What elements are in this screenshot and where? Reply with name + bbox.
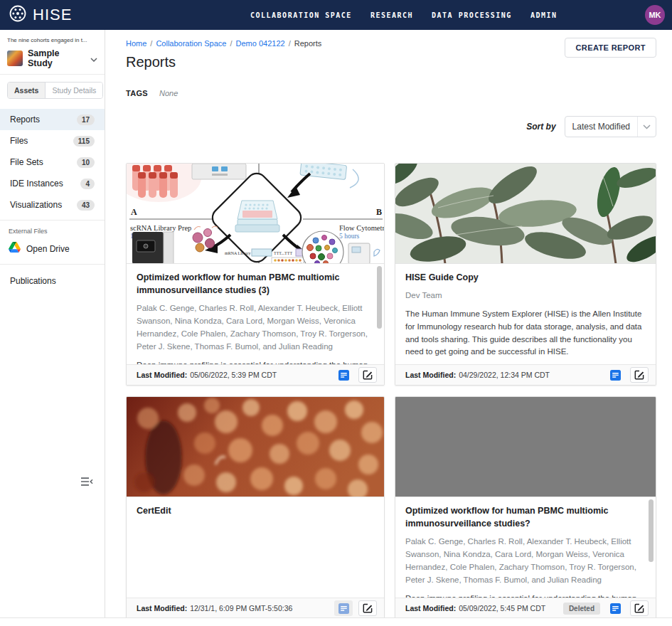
edit-icon [634, 603, 644, 613]
last-modified-label: Last Modified: [405, 371, 456, 379]
breadcrumb-current: Reports [294, 39, 322, 48]
breadcrumb-separator: / [230, 39, 232, 48]
edit-icon [363, 603, 373, 613]
reports-grid: A B scRNA Library Prep 16 hours Flow Cyt… [126, 163, 656, 617]
user-avatar[interactable]: MK [645, 5, 665, 25]
scrollbar-thumb[interactable] [377, 266, 382, 329]
open-drive-link[interactable]: Open Drive [0, 239, 105, 264]
report-card-certedit[interactable]: CertEdit Last Modified: 12/31/1, 6:09 PM… [126, 396, 385, 617]
last-modified-value: 05/06/2022, 5:39 PM CDT [190, 371, 277, 379]
sidebar-item-files[interactable]: Files 115 [0, 130, 105, 152]
study-description: The nine cohorts engaged in t... [7, 37, 97, 43]
report-title: Optimized workflow for human PBMC multio… [137, 271, 371, 297]
report-card-hise-guide[interactable]: HISE Guide Copy Dev Team The Human Immun… [395, 163, 656, 386]
report-icon [338, 603, 349, 614]
report-card-optimized-workflow-q[interactable]: Optimized workflow for human PBMC multio… [395, 396, 656, 617]
sidebar-item-publications[interactable]: Publications [0, 265, 105, 297]
report-card-footer: Last Modified: 05/06/2022, 5:39 PM CDT [127, 364, 384, 385]
report-title: CertEdit [137, 504, 371, 517]
report-icon [610, 603, 621, 614]
sidebar: The nine cohorts engaged in t... Sample … [0, 30, 105, 617]
breadcrumb-collaboration-space[interactable]: Collaboration Space [156, 39, 226, 48]
last-modified-value: 04/29/2022, 12:34 PM CDT [459, 371, 550, 379]
svg-text:scRNA Library Prep: scRNA Library Prep [130, 224, 191, 232]
nav-data-processing[interactable]: DATA PROCESSING [432, 11, 512, 19]
report-card-footer: Last Modified: 04/29/2022, 12:34 PM CDT [395, 364, 656, 385]
hise-logo-icon [9, 4, 27, 26]
breadcrumb-home[interactable]: Home [126, 39, 146, 48]
primary-nav: COLLABORATION SPACE RESEARCH DATA PROCES… [250, 11, 557, 19]
open-report-button[interactable] [334, 367, 353, 383]
report-card-body: HISE Guide Copy Dev Team The Human Immun… [395, 264, 656, 366]
study-name: Sample Study [28, 48, 85, 68]
study-selector[interactable]: Sample Study [7, 47, 97, 74]
top-navbar: HISE COLLABORATION SPACE RESEARCH DATA P… [0, 0, 672, 30]
edit-report-button[interactable] [358, 367, 377, 383]
asset-nav: Reports 17 Files 115 File Sets 10 IDE In… [0, 109, 105, 216]
edit-icon [634, 370, 644, 380]
tags-value: None [159, 89, 178, 97]
edit-report-button[interactable] [358, 600, 377, 616]
page-bottom-strip [0, 617, 672, 626]
report-thumbnail-plant-photo [395, 164, 656, 264]
create-report-button[interactable]: CREATE REPORT [565, 38, 656, 58]
sidebar-item-label: Visualizations [10, 200, 62, 210]
last-modified-label: Last Modified: [405, 604, 456, 612]
menu-fold-icon[interactable] [80, 477, 93, 489]
report-authors: Palak C. Genge, Charles R. Roll, Alexand… [137, 302, 371, 353]
count-badge: 4 [80, 179, 95, 189]
nav-collaboration-space[interactable]: COLLABORATION SPACE [250, 11, 352, 19]
study-thumbnail [7, 51, 23, 66]
sidebar-tab-group: Assets Study Details [7, 82, 103, 99]
sidebar-item-ide-instances[interactable]: IDE Instances 4 [0, 173, 105, 194]
report-card-body: CertEdit [127, 497, 384, 599]
edit-report-button[interactable] [630, 600, 649, 616]
count-badge: 17 [77, 115, 95, 125]
svg-text:A: A [131, 207, 137, 217]
sort-by-label: Sort by [526, 122, 555, 132]
scrollbar-thumb[interactable] [649, 499, 654, 562]
sort-dropdown-value: Latest Modified [565, 122, 637, 132]
report-thumbnail-bokeh-photo [127, 397, 384, 497]
report-card-body: Optimized workflow for human PBMC multio… [127, 264, 384, 366]
tab-assets[interactable]: Assets [8, 83, 46, 98]
report-card-body: Optimized workflow for human PBMC multio… [395, 497, 656, 599]
report-thumbnail-workflow-diagram: A B scRNA Library Prep 16 hours Flow Cyt… [127, 164, 384, 264]
nav-research[interactable]: RESEARCH [370, 11, 413, 19]
report-card-footer: Last Modified: 12/31/1, 6:09 PM GMT-5:50… [127, 598, 384, 617]
deleted-badge: Deleted [563, 603, 600, 615]
last-modified-label: Last Modified: [137, 604, 187, 612]
sidebar-item-visualizations[interactable]: Visualizations 43 [0, 194, 105, 216]
chevron-down-icon [90, 52, 97, 65]
sidebar-item-file-sets[interactable]: File Sets 10 [0, 152, 105, 173]
report-thumbnail-gray [395, 397, 656, 497]
count-badge: 43 [77, 200, 95, 211]
last-modified-label: Last Modified: [137, 371, 187, 379]
sidebar-item-label: Reports [10, 115, 40, 124]
chevron-down-icon [637, 117, 656, 137]
svg-text:mRNA Library: mRNA Library [225, 251, 251, 255]
brand-title: HISE [33, 6, 72, 24]
last-modified-value: 12/31/1, 6:09 PM GMT-5:50:36 [190, 604, 292, 612]
sidebar-item-label: File Sets [10, 157, 43, 167]
report-icon [610, 370, 621, 381]
open-report-button[interactable] [606, 600, 624, 616]
google-drive-icon [9, 242, 21, 255]
report-icon [338, 370, 349, 381]
breadcrumb-demo[interactable]: Demo 042122 [236, 39, 285, 48]
report-description: The Human Immune System Explorer (HISE) … [405, 308, 643, 359]
edit-report-button[interactable] [630, 367, 649, 383]
report-card-footer: Last Modified: 05/09/2022, 5:45 PM CDT D… [395, 598, 656, 617]
nav-admin[interactable]: ADMIN [530, 11, 558, 19]
svg-text:Flow Cytometry: Flow Cytometry [339, 224, 384, 232]
report-card-optimized-workflow-3[interactable]: A B scRNA Library Prep 16 hours Flow Cyt… [126, 163, 385, 386]
open-report-button[interactable] [606, 367, 624, 383]
sort-dropdown[interactable]: Latest Modified [565, 116, 656, 137]
open-report-button[interactable] [334, 600, 353, 616]
tab-study-details[interactable]: Study Details [46, 83, 102, 98]
sidebar-item-reports[interactable]: Reports 17 [0, 109, 105, 130]
report-authors: Palak C. Genge, Charles R. Roll, Alexand… [405, 536, 643, 586]
open-drive-label: Open Drive [26, 244, 70, 254]
breadcrumb-separator: / [289, 39, 291, 48]
hise-brand[interactable]: HISE [9, 4, 72, 26]
